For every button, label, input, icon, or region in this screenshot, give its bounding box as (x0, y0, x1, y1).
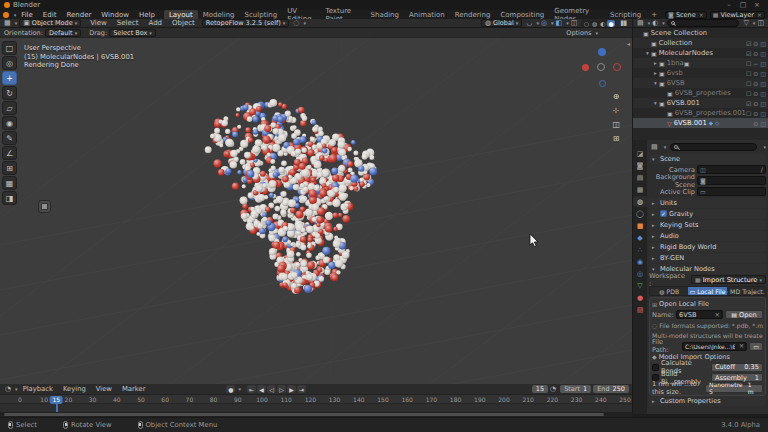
eye-icon[interactable]: ⊙ (753, 100, 758, 107)
outliner-row[interactable]: ▣Scene Collection (633, 28, 768, 38)
drag-mode-dropdown[interactable]: Select Box ▾ (109, 29, 156, 37)
workspace-tab-scripting[interactable]: Scripting (605, 10, 646, 19)
properties-filter-caret-icon[interactable]: ▾ (763, 144, 766, 150)
rigid-body-world-panel-header[interactable]: ▸Rigid Body World (649, 242, 766, 252)
viewport-menu-select[interactable]: Select (112, 19, 144, 27)
tab-md-trajectory[interactable]: ≈ MD Traject... (727, 287, 765, 295)
axis-x-negative[interactable] (582, 64, 589, 71)
gravity-panel-header[interactable]: ▸✓Gravity (649, 209, 766, 219)
properties-tab-particles[interactable]: ∴ (633, 244, 647, 255)
uncheckbox-icon[interactable]: ☐ (746, 110, 751, 117)
scale-unit-dropdown[interactable]: Nanometre S 1 m (705, 384, 763, 393)
workspace-tab-rendering[interactable]: Rendering (450, 10, 496, 19)
overlays-toggle-icon[interactable]: ◧ (556, 19, 563, 27)
checkbox-icon[interactable]: ☑ (746, 100, 751, 107)
units-panel-header[interactable]: ▸Units (649, 198, 766, 208)
gizmo-toggle-icon[interactable]: ◎ (541, 19, 547, 27)
camera-icon[interactable]: ◫ (760, 100, 766, 107)
properties-tab-modifiers[interactable]: ◆ (633, 232, 647, 243)
3d-viewport[interactable]: Orientation: Default ▾ Drag: Select Box … (0, 28, 632, 384)
timeline-editor-icon[interactable]: ◔ (5, 385, 11, 393)
outliner-row[interactable]: ▸▣1bna▣☐−◫ (633, 58, 768, 68)
viewport-menu-object[interactable]: Object (167, 19, 200, 27)
outliner-display-mode-icon[interactable]: ◐ (652, 19, 658, 27)
scale-tool[interactable]: ▱ (2, 101, 17, 115)
camera-view-icon[interactable]: ◫ (612, 120, 620, 129)
outliner-row[interactable]: ▣6VSB_properties☐⊙◫ (633, 88, 768, 98)
cutoff-slider[interactable]: Cutoff 0.35 (711, 363, 763, 372)
workspace-tab-modeling[interactable]: Modeling (198, 10, 240, 19)
name-field[interactable]: 6VSB × (676, 310, 723, 319)
cursor-tool[interactable]: ◎ (2, 56, 17, 70)
outliner-row[interactable]: ▾▣6VSB☐⊙◫ (633, 78, 768, 88)
navigation-gizmo[interactable] (578, 44, 622, 88)
file-path-field[interactable]: C:\Users\Jnke...\6vsb.pdb.gz × (682, 342, 747, 351)
expand-open-icon[interactable]: ▾ (652, 80, 659, 86)
pause-render-button[interactable]: ▮▮ (620, 19, 626, 27)
shading-solid-icon[interactable]: ◍ (591, 20, 599, 27)
timeline-menu-playback[interactable]: Playback (18, 385, 58, 393)
properties-tab-tool[interactable]: ◪ (633, 148, 647, 159)
transform-tool[interactable]: ◉ (2, 116, 17, 130)
expand-closed-icon[interactable]: ▸ (652, 70, 659, 76)
outliner-new-collection-icon[interactable]: ◫ (757, 19, 764, 27)
background-scene-field[interactable]: ◙ (697, 176, 766, 185)
frame-start-field[interactable]: Start 1 (560, 385, 591, 393)
playhead-chip[interactable]: 15 (50, 396, 63, 404)
menu-file[interactable]: File (16, 11, 38, 19)
calculate-bonds-checkbox[interactable] (652, 364, 659, 371)
workspace-dropdown[interactable]: ▦ Import Structure ▾ (691, 275, 766, 284)
camera-field[interactable]: ◫ ∕ (697, 165, 766, 174)
eye-icon[interactable]: ⊙ (753, 50, 758, 57)
view-layer-selector[interactable]: ▦ ViewLayer × (710, 11, 765, 19)
frame-end-field[interactable]: End 250 (593, 385, 629, 393)
outliner-row[interactable]: ▸▣6vsb☐⊙◫ (633, 68, 768, 78)
outliner-row[interactable]: ▽6VSB.001◆◇⊙◫ (633, 118, 768, 128)
browse-folder-button[interactable]: ▭ (749, 342, 763, 351)
timeline-menu-view[interactable]: View (91, 385, 117, 393)
options-dropdown[interactable]: Options ▾ (566, 29, 598, 37)
timeline-menu-keying[interactable]: Keying (58, 385, 91, 393)
workspace-tab-sculpting[interactable]: Sculpting (240, 10, 283, 19)
clear-path-icon[interactable]: × (739, 342, 745, 350)
properties-tab-output[interactable]: ▤ (633, 172, 647, 183)
uncheckbox-icon[interactable]: ☐ (746, 80, 751, 87)
tab-pdb[interactable]: ◍ PDB (650, 287, 688, 295)
prev-keyframe-button[interactable]: ◀ (257, 385, 266, 393)
outliner-editor-icon[interactable]: ▤ (637, 19, 644, 27)
sidebar-toggle-arrow[interactable]: ◂ (627, 40, 630, 47)
molecule[interactable] (205, 99, 378, 294)
eye-icon[interactable]: ⊙ (753, 70, 758, 77)
eyedropper-icon[interactable]: ∕ (761, 166, 763, 174)
properties-breadcrumb-icon[interactable]: ▤ (651, 143, 658, 151)
current-frame-field[interactable]: 15 (532, 385, 548, 393)
properties-tab-world[interactable]: ◯ (633, 208, 647, 219)
axis-z-negative[interactable] (599, 80, 606, 87)
select-box-tool[interactable]: □ (2, 41, 17, 55)
workspace-tab-uv-editing[interactable]: UV Editing (282, 10, 320, 19)
close-button[interactable]: × (750, 1, 764, 9)
properties-tab-scene[interactable]: ◍ (633, 196, 647, 207)
workspace-tab-shading[interactable]: Shading (366, 10, 404, 19)
preview-range-clock-icon[interactable]: ◔ (550, 385, 556, 393)
workspace-tab-layout[interactable]: Layout (164, 10, 198, 19)
view-layer-unlink-icon[interactable]: × (757, 11, 762, 18)
retopoflow-dropdown[interactable]: RetopoFlow 3.2.5 (self) ▾ (202, 19, 289, 27)
eye-icon[interactable]: ⊙ (753, 120, 758, 127)
eye-icon[interactable]: ⊙ (753, 40, 758, 47)
scene-panel-header[interactable]: ▾ Scene (649, 154, 766, 164)
properties-search-input[interactable] (670, 143, 757, 151)
uncheckbox-icon[interactable]: ☐ (746, 90, 751, 97)
camera-icon[interactable]: ◫ (760, 50, 766, 57)
timeline-ruler[interactable]: 0102030405060708090100110120130140150160… (0, 395, 632, 404)
properties-tab-object[interactable]: ■ (633, 220, 647, 231)
camera-icon[interactable]: ◫ (760, 90, 766, 97)
zoom-icon[interactable]: ⊕ (612, 92, 620, 101)
jump-to-end-button[interactable]: ⇥ (297, 385, 306, 393)
uncheckbox-icon[interactable]: ☐ (746, 70, 751, 77)
workspace-tab-animation[interactable]: Animation (404, 10, 450, 19)
eye-icon[interactable]: ⊙ (753, 80, 758, 87)
camera-icon[interactable]: ◫ (760, 70, 766, 77)
image-empty-object[interactable] (38, 200, 51, 213)
checkbox-icon[interactable]: ☑ (746, 40, 751, 47)
